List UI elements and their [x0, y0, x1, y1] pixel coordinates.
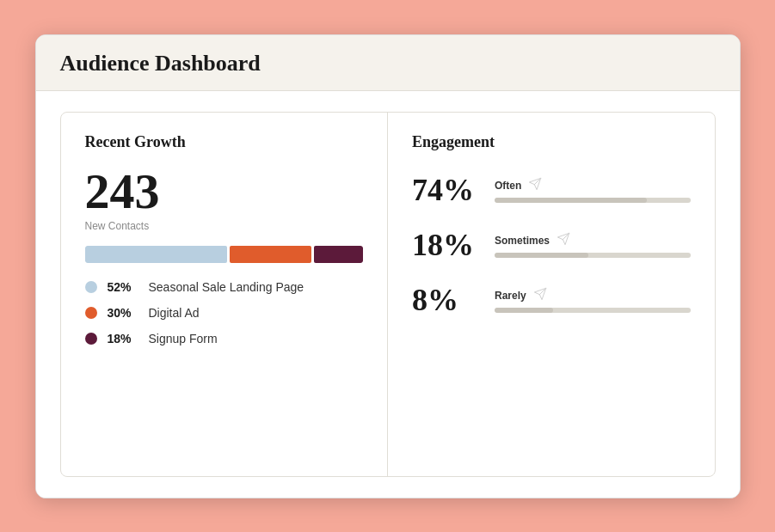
app-window: Audience Dashboard Recent Growth 243 New…	[35, 34, 741, 498]
legend-label: Digital Ad	[149, 306, 200, 320]
new-contacts-label: New Contacts	[85, 220, 364, 232]
engagement-row: Often	[495, 177, 691, 194]
page-title: Audience Dashboard	[60, 51, 716, 76]
main-card: Recent Growth 243 New Contacts 52%Season…	[60, 112, 716, 477]
legend-label: Seasonal Sale Landing Page	[149, 280, 304, 294]
engagement-bar-bg	[495, 308, 691, 313]
send-icon	[528, 177, 542, 194]
send-icon	[557, 232, 570, 249]
engagement-item: 8%Rarely	[412, 282, 691, 318]
bar-segment	[314, 246, 363, 263]
legend-dot	[85, 307, 97, 319]
growth-legend: 52%Seasonal Sale Landing Page30%Digital …	[85, 280, 364, 345]
engagement-row: Rarely	[495, 287, 691, 304]
engagement-item: 74%Often	[412, 172, 691, 208]
engagement-bar-fill	[495, 198, 647, 203]
engagement-bar-fill	[495, 308, 553, 313]
legend-item: 30%Digital Ad	[85, 306, 364, 320]
engagement-bar-bg	[495, 253, 691, 258]
legend-pct: 52%	[108, 280, 138, 294]
engagement-bar-bg	[495, 198, 691, 203]
new-contacts-number: 243	[85, 167, 364, 217]
engagement-list: 74%Often18%Sometimes8%Rarely	[412, 167, 691, 318]
legend-pct: 30%	[108, 306, 138, 320]
send-icon	[533, 287, 547, 304]
engagement-row: Sometimes	[495, 232, 691, 249]
engagement-item: 18%Sometimes	[412, 227, 691, 263]
engagement-right: Sometimes	[495, 232, 691, 258]
legend-dot	[85, 333, 97, 345]
legend-item: 52%Seasonal Sale Landing Page	[85, 280, 364, 294]
engagement-right: Often	[495, 177, 691, 203]
engagement-name: Often	[495, 180, 521, 192]
legend-label: Signup Form	[149, 332, 218, 345]
engagement-right: Rarely	[495, 287, 691, 313]
engagement-pct: 8%	[412, 282, 481, 318]
bar-segment	[85, 246, 227, 263]
engagement-name: Rarely	[495, 290, 526, 302]
engagement-bar-fill	[495, 253, 588, 258]
legend-item: 18%Signup Form	[85, 332, 364, 345]
title-bar: Audience Dashboard	[36, 35, 740, 91]
bar-segment	[230, 246, 311, 263]
legend-dot	[85, 281, 97, 293]
growth-bar-chart	[85, 246, 364, 263]
dashboard-body: Recent Growth 243 New Contacts 52%Season…	[36, 91, 740, 498]
legend-pct: 18%	[108, 332, 138, 345]
recent-growth-panel: Recent Growth 243 New Contacts 52%Season…	[61, 113, 389, 476]
engagement-name: Sometimes	[495, 235, 550, 247]
engagement-pct: 74%	[412, 172, 481, 208]
engagement-panel: Engagement 74%Often18%Sometimes8%Rarely	[388, 113, 715, 476]
recent-growth-title: Recent Growth	[85, 133, 364, 151]
engagement-title: Engagement	[412, 133, 691, 151]
engagement-pct: 18%	[412, 227, 481, 263]
